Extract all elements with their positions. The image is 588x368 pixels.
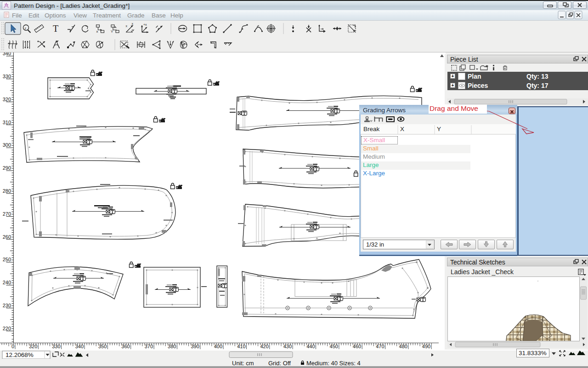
svg-text:440: 440 — [306, 344, 315, 349]
svg-text:490: 490 — [422, 344, 430, 349]
svg-text:x: x — [96, 29, 98, 34]
svg-text:z: z — [25, 27, 27, 30]
svg-text:340: 340 — [3, 52, 11, 56]
svg-text:220: 220 — [3, 326, 11, 331]
svg-text:470: 470 — [376, 344, 384, 349]
svg-text:430: 430 — [283, 344, 292, 349]
svg-text:380: 380 — [168, 344, 176, 349]
svg-text:400: 400 — [214, 344, 222, 349]
svg-text:Y: Y — [111, 29, 113, 34]
svg-text:330: 330 — [52, 344, 60, 349]
svg-text:250: 250 — [3, 257, 11, 262]
svg-text:280: 280 — [3, 188, 11, 194]
svg-text:230: 230 — [3, 303, 11, 308]
svg-text:370: 370 — [145, 344, 153, 349]
svg-text:480: 480 — [399, 344, 407, 349]
svg-text:290: 290 — [3, 165, 11, 171]
svg-text:x: x — [132, 22, 134, 25]
svg-text:260: 260 — [3, 234, 11, 240]
svg-text:420: 420 — [260, 344, 268, 349]
svg-text:340: 340 — [75, 344, 84, 349]
svg-text:320: 320 — [3, 97, 11, 102]
svg-text:330: 330 — [3, 74, 11, 79]
svg-text:270: 270 — [3, 211, 11, 217]
svg-text:350: 350 — [98, 344, 107, 349]
svg-text:390: 390 — [191, 344, 199, 349]
svg-text:410: 410 — [237, 344, 245, 349]
svg-text:12.2068%: 12.2068% — [6, 351, 34, 358]
svg-text:+x: +x — [143, 23, 147, 26]
svg-text:310: 310 — [3, 120, 11, 125]
svg-text:300: 300 — [3, 142, 11, 148]
svg-text:x: x — [126, 24, 128, 28]
svg-text:360: 360 — [121, 344, 130, 349]
svg-text:460: 460 — [353, 344, 361, 349]
svg-text:320: 320 — [29, 344, 37, 349]
svg-text:240: 240 — [3, 280, 11, 285]
svg-text:T: T — [53, 23, 58, 34]
svg-text:450: 450 — [330, 344, 338, 349]
svg-text:0: 0 — [11, 344, 14, 349]
